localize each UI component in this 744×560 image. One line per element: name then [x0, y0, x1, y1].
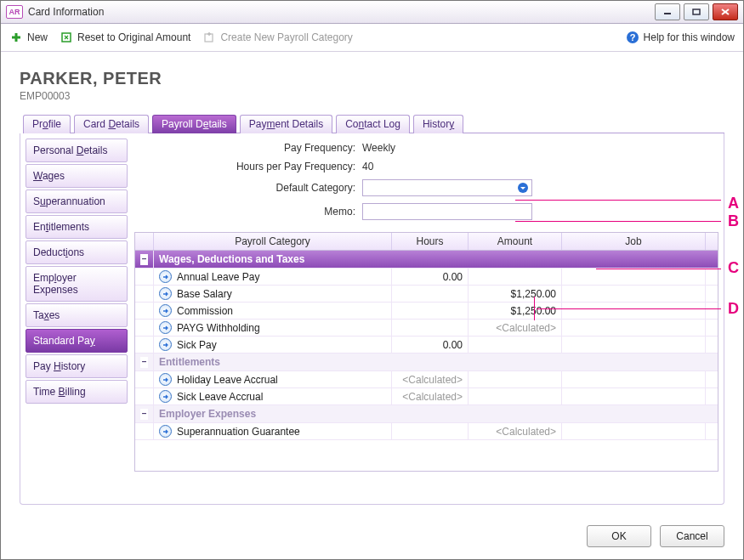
row-name: Sick Leave Accrual: [177, 391, 263, 403]
row-hours[interactable]: 0.00: [392, 269, 469, 285]
toolbar: New Reset to Original Amount Create New …: [1, 24, 743, 52]
section-title: Wages, Deductions and Taxes: [154, 251, 706, 268]
row-hours: <Calculated>: [392, 388, 469, 404]
row-amount[interactable]: [469, 269, 562, 285]
dropdown-icon[interactable]: [515, 180, 531, 195]
zoom-arrow-icon[interactable]: [159, 373, 172, 386]
table-row[interactable]: Sick Leave Accrual <Calculated>: [135, 388, 718, 405]
grid-header: Payroll Category Hours Amount Job: [135, 233, 718, 251]
row-job[interactable]: [562, 303, 706, 319]
zoom-arrow-icon[interactable]: [159, 425, 172, 438]
vtab-taxes[interactable]: Taxes: [26, 303, 128, 327]
section-title: Entitlements: [154, 354, 706, 371]
tab-card-details[interactable]: Card Details: [74, 115, 149, 133]
table-row[interactable]: Superannuation Guarantee <Calculated>: [135, 423, 718, 440]
reset-button[interactable]: Reset to Original Amount: [60, 31, 190, 44]
row-job[interactable]: [562, 388, 706, 404]
help-link[interactable]: ? Help for this window: [626, 31, 735, 44]
row-amount[interactable]: [469, 388, 562, 404]
create-label: Create New Payroll Category: [220, 31, 352, 43]
row-job[interactable]: [562, 286, 706, 302]
row-amount[interactable]: $1,250.00: [469, 303, 562, 319]
row-hours[interactable]: [392, 303, 469, 319]
row-name: PAYG Withholding: [177, 322, 260, 334]
row-name: Superannuation Guarantee: [177, 426, 300, 438]
collapse-icon[interactable]: –: [140, 254, 148, 265]
row-amount: <Calculated>: [469, 320, 562, 336]
footer: OK Cancel: [587, 525, 724, 547]
reset-label: Reset to Original Amount: [77, 31, 190, 43]
maximize-button[interactable]: [684, 3, 709, 20]
svg-text:?: ?: [629, 32, 635, 42]
callout-b: B: [728, 212, 739, 230]
zoom-arrow-icon[interactable]: [159, 287, 172, 300]
tab-contact-log[interactable]: Contact Log: [336, 115, 410, 133]
svg-rect-1: [693, 9, 700, 14]
vtab-wages[interactable]: Wages: [26, 164, 128, 188]
zoom-arrow-icon[interactable]: [159, 270, 172, 283]
table-row[interactable]: Holiday Leave Accrual <Calculated>: [135, 371, 718, 388]
cancel-button[interactable]: Cancel: [660, 525, 724, 547]
default-category-input[interactable]: [362, 179, 532, 196]
section-title: Employer Expenses: [154, 405, 706, 422]
row-hours[interactable]: [392, 423, 469, 439]
tabs: Profile Card Details Payroll Details Pay…: [23, 114, 724, 133]
vtab-personal-details[interactable]: Personal Details: [26, 139, 128, 162]
row-job[interactable]: [562, 337, 706, 353]
table-row[interactable]: Annual Leave Pay 0.00: [135, 269, 718, 286]
section-employer-expenses[interactable]: – Employer Expenses: [135, 405, 718, 423]
row-name: Base Salary: [177, 288, 232, 300]
row-hours[interactable]: [392, 320, 469, 336]
row-job[interactable]: [562, 423, 706, 439]
row-amount[interactable]: $1,250.00: [469, 286, 562, 302]
section-wages[interactable]: – Wages, Deductions and Taxes: [135, 251, 718, 269]
row-amount[interactable]: [469, 371, 562, 387]
section-entitlements[interactable]: – Entitlements: [135, 354, 718, 371]
callout-a: A: [728, 195, 739, 212]
main-panel: Pay Frequency: Weekly Hours per Pay Freq…: [134, 139, 718, 495]
col-category[interactable]: Payroll Category: [154, 233, 392, 250]
zoom-arrow-icon[interactable]: [159, 390, 172, 403]
close-button[interactable]: [713, 3, 738, 20]
vtab-entitlements[interactable]: Entitlements: [26, 215, 128, 239]
table-row[interactable]: Base Salary $1,250.00: [135, 286, 718, 303]
row-job[interactable]: [562, 371, 706, 387]
app-badge: AR: [6, 5, 23, 19]
col-amount[interactable]: Amount: [469, 233, 562, 250]
zoom-arrow-icon[interactable]: [159, 338, 172, 351]
window: AR Card Information New Reset to Origina…: [0, 0, 744, 560]
ok-button[interactable]: OK: [587, 525, 651, 547]
col-hours[interactable]: Hours: [392, 233, 469, 250]
vtab-employer-expenses[interactable]: Employer Expenses: [26, 266, 128, 302]
new-button[interactable]: New: [9, 31, 48, 44]
tab-history[interactable]: History: [413, 115, 463, 133]
collapse-icon[interactable]: –: [140, 409, 148, 420]
table-row[interactable]: PAYG Withholding <Calculated>: [135, 320, 718, 337]
zoom-arrow-icon[interactable]: [159, 321, 172, 334]
help-icon: ?: [626, 31, 639, 44]
row-hours[interactable]: [392, 286, 469, 302]
row-job[interactable]: [562, 269, 706, 285]
minimize-button[interactable]: [655, 3, 680, 20]
vtab-time-billing[interactable]: Time Billing: [26, 380, 128, 404]
vtab-deductions[interactable]: Deductions: [26, 240, 128, 264]
help-label: Help for this window: [644, 31, 735, 43]
vtab-superannuation[interactable]: Superannuation: [26, 189, 128, 213]
table-row[interactable]: Commission $1,250.00: [135, 303, 718, 320]
table-row[interactable]: Sick Pay 0.00: [135, 337, 718, 354]
tab-payment-details[interactable]: Payment Details: [240, 115, 332, 133]
zoom-arrow-icon[interactable]: [159, 304, 172, 317]
row-job[interactable]: [562, 320, 706, 336]
row-amount[interactable]: [469, 337, 562, 353]
vtab-pay-history[interactable]: Pay History: [26, 354, 128, 378]
row-name: Holiday Leave Accrual: [177, 374, 278, 386]
tab-profile[interactable]: Profile: [23, 115, 71, 133]
vtab-standard-pay[interactable]: Standard Pay: [26, 329, 128, 353]
window-title: Card Information: [28, 6, 104, 18]
col-job[interactable]: Job: [562, 233, 706, 250]
default-category-label: Default Category:: [134, 182, 362, 194]
memo-input[interactable]: [362, 203, 532, 220]
collapse-icon[interactable]: –: [140, 357, 148, 368]
row-hours[interactable]: 0.00: [392, 337, 469, 353]
tab-payroll-details[interactable]: Payroll Details: [152, 115, 236, 133]
